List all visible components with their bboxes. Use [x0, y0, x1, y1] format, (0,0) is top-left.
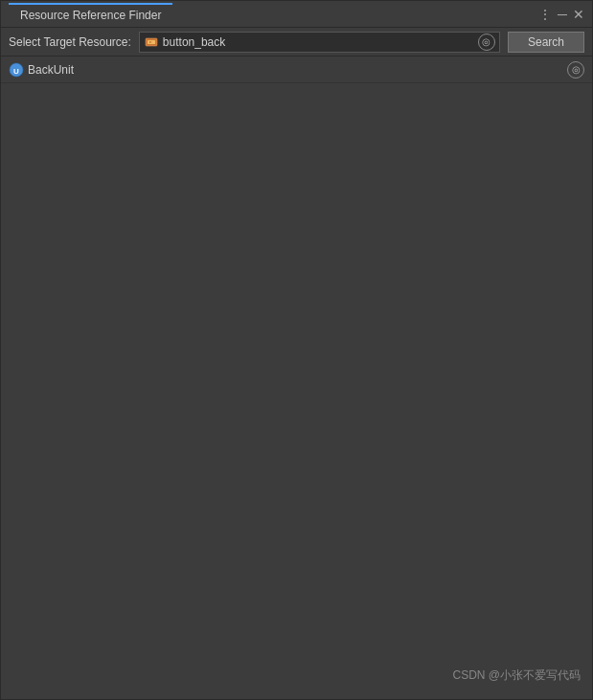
window-tab[interactable]: Resource Reference Finder	[9, 3, 172, 26]
search-button[interactable]: Search	[508, 32, 584, 53]
resource-type-icon	[144, 34, 159, 50]
result-row: U BackUnit ◎	[1, 56, 592, 83]
window-title: Resource Reference Finder	[20, 9, 161, 22]
resource-input-wrapper[interactable]: ◎	[139, 32, 500, 53]
close-icon[interactable]: ✕	[573, 8, 584, 21]
window: Resource Reference Finder ⋮ ─ ✕ Select T…	[0, 0, 593, 700]
circle-icon: ◎	[482, 36, 490, 47]
svg-text:U: U	[13, 67, 19, 76]
title-bar-controls: ⋮ ─ ✕	[538, 8, 584, 21]
main-content: CSDN @小张不爱写代码	[1, 83, 592, 699]
result-circle-icon: ◎	[572, 64, 581, 75]
more-options-icon[interactable]: ⋮	[538, 8, 552, 21]
resource-input[interactable]	[163, 35, 474, 49]
result-label: BackUnit	[28, 63, 563, 77]
watermark: CSDN @小张不爱写代码	[452, 667, 581, 684]
title-bar-left: Resource Reference Finder	[9, 3, 172, 26]
minimize-icon[interactable]: ─	[558, 8, 567, 21]
resource-picker-button[interactable]: ◎	[478, 34, 495, 51]
backunit-icon: U	[9, 62, 24, 78]
toolbar-label: Select Target Resource:	[9, 35, 131, 49]
result-picker-button[interactable]: ◎	[567, 61, 584, 79]
title-bar: Resource Reference Finder ⋮ ─ ✕	[1, 1, 592, 28]
toolbar: Select Target Resource: ◎ Search	[1, 28, 592, 56]
